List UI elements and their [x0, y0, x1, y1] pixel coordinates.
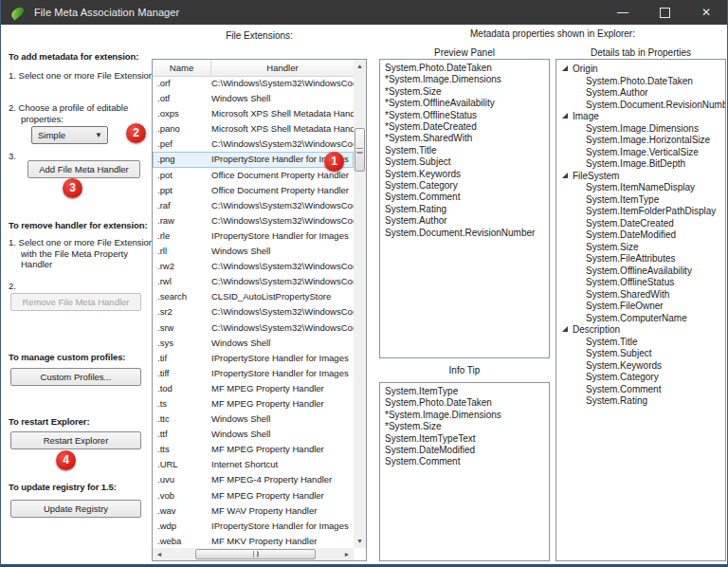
table-row[interactable]: .tiffIPropertyStore Handler for Images — [153, 366, 354, 381]
table-row[interactable]: .otfWindows Shell — [153, 91, 354, 106]
tree-item[interactable]: System.Document.RevisionNumber — [560, 100, 725, 112]
tree-item[interactable]: System.SharedWith — [560, 289, 725, 302]
tree-item[interactable]: System.FileAttributes — [560, 253, 725, 265]
table-row[interactable]: .sr2C:\Windows\System32\WindowsCodecsR — [153, 304, 354, 320]
tree-item[interactable]: System.Subject — [560, 348, 725, 360]
list-header: Name Handler — [153, 60, 354, 77]
property-item: System.Author — [385, 215, 549, 227]
profile-select-value: Simple — [38, 130, 65, 140]
table-row[interactable]: .ttcWindows Shell — [153, 412, 354, 427]
tree-item[interactable]: System.Image.Dimensions — [560, 123, 725, 136]
table-row[interactable]: .ttsMF MPEG Property Handler — [153, 442, 354, 457]
add-file-meta-handler-button[interactable]: Add File Meta Handler — [27, 160, 140, 178]
table-row[interactable]: .wdpIPropertyStore Handler for Images — [153, 519, 354, 534]
tree-group-header[interactable]: FileSystem — [560, 171, 725, 183]
horizontal-scrollbar[interactable]: ◄ ► — [153, 548, 354, 560]
tree-item[interactable]: System.Rating — [560, 395, 725, 408]
property-item: System.Photo.DateTaken — [385, 397, 549, 409]
column-header-name[interactable]: Name — [153, 60, 211, 76]
expanded-icon[interactable] — [562, 65, 568, 71]
table-row[interactable]: .orfC:\Windows\System32\WindowsCodecsR — [153, 76, 354, 91]
table-row[interactable]: .pptOffice Document Property Handler — [153, 183, 354, 198]
property-item: *System.Image.Dimensions — [385, 74, 549, 85]
cell-extension-name: .ttf — [153, 427, 211, 442]
profile-select[interactable]: Simple ▼ — [31, 126, 108, 144]
table-row[interactable]: .wavMF WAV Property Handler — [153, 503, 354, 519]
column-header-handler[interactable]: Handler — [211, 60, 354, 76]
table-row[interactable]: .srwC:\Windows\System32\WindowsCodecsR — [153, 320, 354, 336]
tree-item[interactable]: System.OfflineStatus — [560, 277, 725, 289]
table-row[interactable]: .URLInternet Shortcut — [153, 457, 354, 472]
minimize-button[interactable]: — — [602, 0, 644, 25]
tree-item[interactable]: System.ItemFolderPathDisplay — [560, 206, 725, 218]
scroll-up-icon[interactable]: ▲ — [354, 60, 366, 73]
table-row[interactable]: .todMF MPEG Property Handler — [153, 381, 354, 396]
table-row[interactable]: .vobMF MPEG Property Handler — [153, 488, 354, 503]
tree-group-header[interactable]: Origin — [560, 64, 725, 76]
vertical-scrollbar[interactable]: ▲ ▼ — [354, 60, 366, 548]
table-row[interactable]: .rwlC:\Windows\System32\WindowsCodecsR — [153, 274, 354, 289]
cell-extension-name: .ttc — [153, 412, 211, 427]
table-row[interactable]: .oxpsMicrosoft XPS Shell Metadata Handle… — [153, 106, 354, 121]
tree-item[interactable]: System.Keywords — [560, 360, 725, 373]
update-registry-button[interactable]: Update Registry — [10, 500, 141, 518]
tree-group-label: Description — [573, 324, 620, 337]
table-row[interactable]: .rw2C:\Windows\System32\WindowsCodecsR — [153, 259, 354, 274]
profiles-section-header: To manage custom profiles: — [9, 352, 125, 362]
restart-explorer-button[interactable]: Restart Explorer — [10, 431, 141, 449]
expanded-icon[interactable] — [562, 173, 568, 178]
property-item: System.Document.RevisionNumber — [385, 228, 549, 239]
tree-item[interactable]: System.DateModified — [560, 229, 725, 242]
tree-item[interactable]: System.Image.VerticalSize — [560, 147, 725, 159]
table-row[interactable]: .rafC:\Windows\System32\WindowsCodecsR — [153, 198, 354, 213]
scroll-left-icon[interactable]: ◄ — [153, 548, 166, 560]
table-row[interactable]: .webaMF MKV Property Handler — [153, 534, 354, 548]
cell-handler: Windows Shell — [211, 412, 354, 427]
tree-item[interactable]: System.OfflineAvailability — [560, 265, 725, 278]
table-row[interactable]: .uvuMF MPEG-4 Property Handler — [153, 472, 354, 487]
close-button[interactable]: ✕ — [685, 0, 727, 25]
table-row[interactable]: .rleIPropertyStore Handler for Images — [153, 229, 354, 244]
tree-item[interactable]: System.Category — [560, 372, 725, 384]
file-extensions-list: Name Handler .orfC:\Windows\System32\Win… — [152, 59, 367, 561]
tree-group-header[interactable]: Image — [560, 111, 725, 123]
table-row[interactable]: .tsMF MPEG Property Handler — [153, 396, 354, 412]
table-row[interactable]: .potOffice Document Property Handler — [153, 168, 354, 183]
cell-handler: CLSID_AutoListPropertyStore — [211, 289, 354, 304]
table-row[interactable]: .tifIPropertyStore Handler for Images — [153, 351, 354, 366]
expanded-icon[interactable] — [562, 113, 568, 119]
step-badge-4: 4 — [56, 450, 76, 470]
table-row[interactable]: .searchCLSID_AutoListPropertyStore — [153, 289, 354, 304]
scroll-down-icon[interactable]: ▼ — [354, 535, 366, 548]
table-row[interactable]: .rllWindows Shell — [153, 244, 354, 259]
tree-item[interactable]: System.ComputerName — [560, 313, 725, 325]
cell-handler: MF MPEG Property Handler — [211, 381, 354, 396]
tree-item[interactable]: System.Comment — [560, 384, 725, 396]
tree-item[interactable]: System.Title — [560, 337, 725, 349]
maximize-button[interactable] — [644, 0, 685, 25]
property-item: System.ItemTypeText — [385, 433, 549, 445]
tree-item[interactable]: System.Image.HorizontalSize — [560, 135, 725, 147]
table-row[interactable]: .pefC:\Windows\System32\WindowsCodecsR — [153, 137, 354, 152]
table-row[interactable]: .panoMicrosoft XPS Shell Metadata Handle… — [153, 121, 354, 137]
tree-item[interactable]: System.FileOwner — [560, 301, 725, 313]
horizontal-scrollbar-thumb[interactable] — [195, 549, 316, 559]
cell-extension-name: .tts — [153, 442, 211, 457]
tree-item[interactable]: System.Photo.DateTaken — [560, 76, 725, 88]
tree-item[interactable]: System.Author — [560, 87, 725, 100]
scroll-right-icon[interactable]: ► — [340, 548, 354, 560]
vertical-scrollbar-thumb[interactable] — [355, 128, 365, 172]
tree-item[interactable]: System.Size — [560, 242, 725, 254]
remove-file-meta-handler-button[interactable]: Remove File Meta Handler — [10, 293, 141, 311]
tree-item[interactable]: System.ItemNameDisplay — [560, 182, 725, 194]
cell-extension-name: .URL — [153, 457, 211, 472]
tree-item[interactable]: System.Image.BitDepth — [560, 158, 725, 171]
expanded-icon[interactable] — [562, 326, 568, 332]
tree-item[interactable]: System.DateCreated — [560, 218, 725, 230]
tree-group-header[interactable]: Description — [560, 324, 725, 337]
table-row[interactable]: .ttfWindows Shell — [153, 427, 354, 442]
tree-item[interactable]: System.ItemType — [560, 194, 725, 207]
table-row[interactable]: .rawC:\Windows\System32\WindowsCodecsR — [153, 213, 354, 229]
custom-profiles-button[interactable]: Custom Profiles... — [10, 368, 141, 386]
table-row[interactable]: .sysWindows Shell — [153, 336, 354, 351]
